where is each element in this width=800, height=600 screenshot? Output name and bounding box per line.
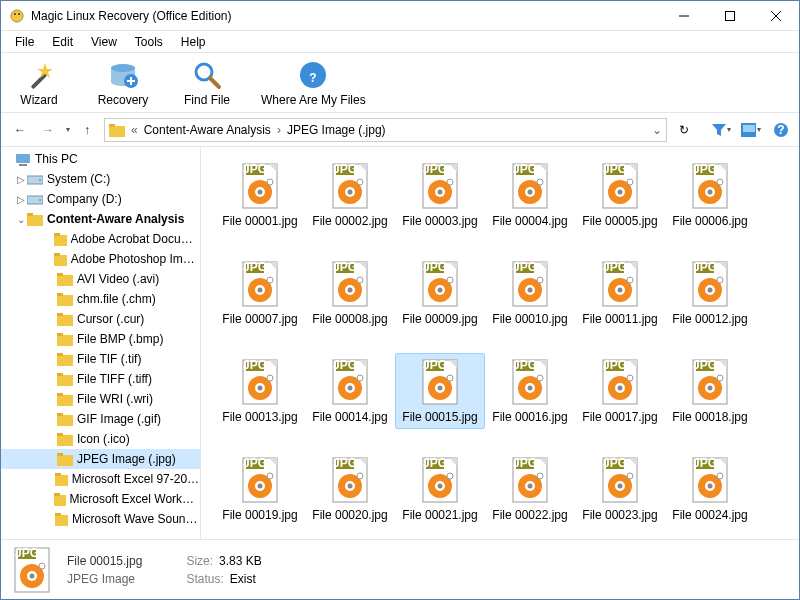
view-mode-button[interactable]: ▾ xyxy=(741,120,761,140)
file-item[interactable]: JPGFile 00005.jpg xyxy=(575,157,665,233)
file-item[interactable]: JPGFile 00015.jpg xyxy=(395,353,485,429)
close-button[interactable] xyxy=(753,1,799,31)
file-item[interactable]: JPGFile 00010.jpg xyxy=(485,255,575,331)
forward-button[interactable]: → xyxy=(37,119,59,141)
tree-item[interactable]: Microsoft Wave Sound (.wav) xyxy=(1,509,200,529)
up-button[interactable]: ↑ xyxy=(76,119,98,141)
svg-rect-35 xyxy=(57,273,63,276)
file-item[interactable]: JPGFile 00024.jpg xyxy=(665,451,755,527)
file-item[interactable]: JPGFile 00006.jpg xyxy=(665,157,755,233)
svg-point-74 xyxy=(348,190,353,195)
svg-point-194 xyxy=(618,386,623,391)
svg-point-162 xyxy=(258,386,263,391)
file-item[interactable]: JPGFile 00004.jpg xyxy=(485,157,575,233)
recovery-button[interactable]: Recovery xyxy=(93,59,153,107)
tree-view[interactable]: This PC ▷System (C:)▷Company (D:)⌄Conten… xyxy=(1,147,201,539)
svg-rect-55 xyxy=(55,473,61,476)
maximize-button[interactable] xyxy=(707,1,753,31)
tree-item[interactable]: ▷Company (D:) xyxy=(1,189,200,209)
file-item[interactable]: JPGFile 00001.jpg xyxy=(215,157,305,233)
svg-rect-40 xyxy=(57,335,73,346)
tree-item[interactable]: File WRI (.wri) xyxy=(1,389,200,409)
file-item[interactable]: JPGFile 00023.jpg xyxy=(575,451,665,527)
tree-item[interactable]: Cursor (.cur) xyxy=(1,309,200,329)
file-item[interactable]: JPGFile 00008.jpg xyxy=(305,255,395,331)
svg-point-75 xyxy=(357,179,363,185)
svg-text:JPG: JPG xyxy=(333,358,357,372)
svg-point-2 xyxy=(18,13,20,15)
file-item[interactable]: JPGFile 00013.jpg xyxy=(215,353,305,429)
tree-item[interactable]: Microsoft Excel 97-2003 (.xls) xyxy=(1,469,200,489)
filter-button[interactable]: ▾ xyxy=(711,120,731,140)
file-item[interactable]: JPGFile 00003.jpg xyxy=(395,157,485,233)
menu-edit[interactable]: Edit xyxy=(44,33,81,51)
tree-item[interactable]: Adobe Photoshop Image (.psd) xyxy=(1,249,200,269)
tree-item[interactable]: Adobe Acrobat Document (.pdf) xyxy=(1,229,200,249)
file-item[interactable]: JPGFile 00018.jpg xyxy=(665,353,755,429)
svg-rect-22 xyxy=(16,154,30,163)
tree-item-label: chm.file (.chm) xyxy=(77,292,156,306)
tree-item-label: Adobe Acrobat Document (.pdf) xyxy=(71,232,200,246)
svg-point-235 xyxy=(537,473,543,479)
file-grid[interactable]: JPGFile 00001.jpgJPGFile 00002.jpgJPGFil… xyxy=(201,147,799,539)
address-dropdown[interactable]: ⌄ xyxy=(652,123,662,137)
back-button[interactable]: ← xyxy=(9,119,31,141)
tree-item[interactable]: AVI Video (.avi) xyxy=(1,269,200,289)
breadcrumb-1[interactable]: JPEG Image (.jpg) xyxy=(287,123,386,137)
file-item[interactable]: JPGFile 00011.jpg xyxy=(575,255,665,331)
tree-item[interactable]: File TIF (.tif) xyxy=(1,349,200,369)
file-item[interactable]: JPGFile 00007.jpg xyxy=(215,255,305,331)
file-item[interactable]: JPGFile 00021.jpg xyxy=(395,451,485,527)
file-item[interactable]: JPGFile 00017.jpg xyxy=(575,353,665,429)
file-item[interactable]: JPGFile 00022.jpg xyxy=(485,451,575,527)
svg-point-0 xyxy=(11,10,23,22)
file-item[interactable]: JPGFile 00002.jpg xyxy=(305,157,395,233)
status-filetype: JPEG Image xyxy=(67,572,142,586)
history-dropdown[interactable]: ▾ xyxy=(66,125,70,134)
refresh-button[interactable]: ↻ xyxy=(673,119,695,141)
file-item[interactable]: JPGFile 00012.jpg xyxy=(665,255,755,331)
find-file-button[interactable]: Find File xyxy=(177,59,237,107)
menu-file[interactable]: File xyxy=(7,33,42,51)
tree-item[interactable]: File BMP (.bmp) xyxy=(1,329,200,349)
app-icon xyxy=(9,8,25,24)
file-item[interactable]: JPGFile 00020.jpg xyxy=(305,451,395,527)
breadcrumb-0[interactable]: Content-Aware Analysis xyxy=(144,123,271,137)
svg-rect-57 xyxy=(54,493,60,496)
help-button[interactable]: ? xyxy=(771,120,791,140)
tree-item[interactable]: ▷System (C:) xyxy=(1,169,200,189)
tree-item[interactable]: File TIFF (.tiff) xyxy=(1,369,200,389)
svg-point-242 xyxy=(618,484,623,489)
file-item[interactable]: JPGFile 00014.jpg xyxy=(305,353,395,429)
svg-point-25 xyxy=(39,179,41,181)
tree-item-label: GIF Image (.gif) xyxy=(77,412,161,426)
menu-view[interactable]: View xyxy=(83,33,125,51)
file-item[interactable]: JPGFile 00016.jpg xyxy=(485,353,575,429)
svg-text:JPG: JPG xyxy=(333,162,357,176)
where-files-button[interactable]: ? Where Are My Files xyxy=(261,59,366,107)
tree-item[interactable]: Microsoft Excel Worksheet (.xlsx) xyxy=(1,489,200,509)
svg-point-106 xyxy=(708,190,713,195)
svg-rect-43 xyxy=(57,353,63,356)
file-item[interactable]: JPGFile 00009.jpg xyxy=(395,255,485,331)
tree-item[interactable]: chm.file (.chm) xyxy=(1,289,200,309)
address-bar[interactable]: « Content-Aware Analysis › JPEG Image (.… xyxy=(104,118,667,142)
svg-point-227 xyxy=(447,473,453,479)
svg-rect-50 xyxy=(57,435,73,446)
tree-item[interactable]: ⌄Content-Aware Analysis xyxy=(1,209,200,229)
tree-item[interactable]: Icon (.ico) xyxy=(1,429,200,449)
minimize-button[interactable] xyxy=(661,1,707,31)
svg-rect-30 xyxy=(54,235,66,246)
tree-item[interactable]: JPEG Image (.jpg) xyxy=(1,449,200,469)
tree-item[interactable]: GIF Image (.gif) xyxy=(1,409,200,429)
main: This PC ▷System (C:)▷Company (D:)⌄Conten… xyxy=(1,147,799,539)
menu-tools[interactable]: Tools xyxy=(127,33,171,51)
file-name: File 00014.jpg xyxy=(312,410,387,424)
svg-point-210 xyxy=(258,484,263,489)
file-item[interactable]: JPGFile 00019.jpg xyxy=(215,451,305,527)
file-name: File 00007.jpg xyxy=(222,312,297,326)
wizard-button[interactable]: Wizard xyxy=(9,59,69,107)
tree-item-label: File WRI (.wri) xyxy=(77,392,153,406)
tree-root[interactable]: This PC xyxy=(1,149,200,169)
menu-help[interactable]: Help xyxy=(173,33,214,51)
